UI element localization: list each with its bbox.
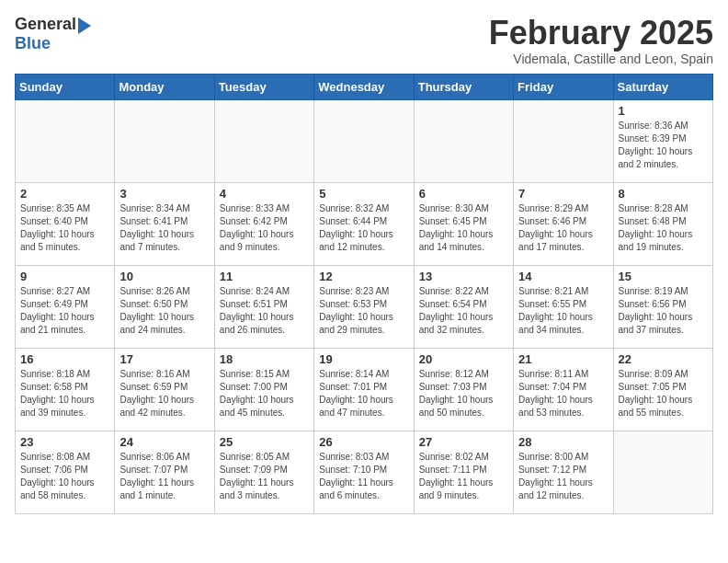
table-row: 11Sunrise: 8:24 AM Sunset: 6:51 PM Dayli…	[214, 265, 313, 348]
day-number: 1	[619, 104, 708, 118]
day-number: 5	[319, 187, 408, 201]
logo-general-text: General	[15, 15, 76, 33]
day-info: Sunrise: 8:33 AM Sunset: 6:42 PM Dayligh…	[220, 202, 309, 254]
table-row	[115, 99, 214, 182]
table-row: 23Sunrise: 8:08 AM Sunset: 7:06 PM Dayli…	[16, 431, 115, 513]
table-row: 21Sunrise: 8:11 AM Sunset: 7:04 PM Dayli…	[514, 348, 613, 431]
day-number: 15	[619, 270, 708, 283]
table-row: 8Sunrise: 8:28 AM Sunset: 6:48 PM Daylig…	[613, 182, 712, 265]
table-row	[514, 99, 613, 182]
day-number: 24	[119, 435, 209, 449]
table-row: 16Sunrise: 8:18 AM Sunset: 6:58 PM Dayli…	[16, 348, 115, 431]
day-number: 18	[220, 352, 309, 366]
logo-icon	[78, 17, 91, 34]
title-area: February 2025 Videmala, Castille and Leo…	[489, 15, 713, 66]
week-row-4: 16Sunrise: 8:18 AM Sunset: 6:58 PM Dayli…	[16, 348, 713, 431]
day-info: Sunrise: 8:00 AM Sunset: 7:12 PM Dayligh…	[518, 451, 608, 502]
day-number: 27	[419, 435, 508, 449]
table-row: 4Sunrise: 8:33 AM Sunset: 6:42 PM Daylig…	[214, 182, 313, 265]
table-row: 20Sunrise: 8:12 AM Sunset: 7:03 PM Dayli…	[414, 348, 513, 431]
table-row	[214, 99, 313, 182]
day-info: Sunrise: 8:22 AM Sunset: 6:54 PM Dayligh…	[419, 285, 508, 337]
day-number: 19	[319, 352, 408, 366]
week-row-2: 2Sunrise: 8:35 AM Sunset: 6:40 PM Daylig…	[16, 182, 713, 265]
table-row	[16, 99, 115, 182]
day-info: Sunrise: 8:02 AM Sunset: 7:11 PM Dayligh…	[419, 451, 508, 502]
table-row	[414, 99, 513, 182]
header-wednesday: Wednesday	[314, 74, 414, 99]
day-info: Sunrise: 8:12 AM Sunset: 7:03 PM Dayligh…	[419, 368, 508, 419]
table-row: 12Sunrise: 8:23 AM Sunset: 6:53 PM Dayli…	[314, 265, 414, 348]
week-row-3: 9Sunrise: 8:27 AM Sunset: 6:49 PM Daylig…	[16, 265, 713, 348]
logo: General Blue	[15, 15, 91, 53]
week-row-5: 23Sunrise: 8:08 AM Sunset: 7:06 PM Dayli…	[16, 431, 713, 513]
day-info: Sunrise: 8:23 AM Sunset: 6:53 PM Dayligh…	[319, 285, 408, 337]
day-info: Sunrise: 8:21 AM Sunset: 6:55 PM Dayligh…	[518, 285, 608, 337]
location-subtitle: Videmala, Castille and Leon, Spain	[489, 52, 713, 66]
day-info: Sunrise: 8:24 AM Sunset: 6:51 PM Dayligh…	[220, 285, 309, 337]
day-info: Sunrise: 8:03 AM Sunset: 7:10 PM Dayligh…	[319, 451, 408, 502]
day-number: 2	[20, 187, 109, 201]
day-number: 22	[619, 352, 708, 366]
day-info: Sunrise: 8:14 AM Sunset: 7:01 PM Dayligh…	[319, 368, 408, 419]
calendar-table: Sunday Monday Tuesday Wednesday Thursday…	[15, 74, 713, 514]
table-row: 25Sunrise: 8:05 AM Sunset: 7:09 PM Dayli…	[214, 431, 313, 513]
day-info: Sunrise: 8:28 AM Sunset: 6:48 PM Dayligh…	[619, 202, 708, 254]
table-row: 27Sunrise: 8:02 AM Sunset: 7:11 PM Dayli…	[414, 431, 513, 513]
header-row: Sunday Monday Tuesday Wednesday Thursday…	[16, 74, 713, 99]
day-number: 7	[518, 187, 608, 201]
day-info: Sunrise: 8:09 AM Sunset: 7:05 PM Dayligh…	[619, 368, 708, 419]
day-number: 3	[119, 187, 209, 201]
day-info: Sunrise: 8:36 AM Sunset: 6:39 PM Dayligh…	[619, 120, 708, 171]
day-number: 26	[319, 435, 408, 449]
table-row: 5Sunrise: 8:32 AM Sunset: 6:44 PM Daylig…	[314, 182, 414, 265]
day-info: Sunrise: 8:06 AM Sunset: 7:07 PM Dayligh…	[119, 451, 209, 502]
day-number: 6	[419, 187, 508, 201]
header-tuesday: Tuesday	[214, 74, 313, 99]
day-info: Sunrise: 8:11 AM Sunset: 7:04 PM Dayligh…	[518, 368, 608, 419]
header-thursday: Thursday	[414, 74, 513, 99]
day-number: 14	[518, 270, 608, 283]
day-info: Sunrise: 8:32 AM Sunset: 6:44 PM Dayligh…	[319, 202, 408, 254]
table-row: 10Sunrise: 8:26 AM Sunset: 6:50 PM Dayli…	[115, 265, 214, 348]
table-row: 14Sunrise: 8:21 AM Sunset: 6:55 PM Dayli…	[514, 265, 613, 348]
day-number: 10	[119, 270, 209, 283]
header-monday: Monday	[115, 74, 214, 99]
day-info: Sunrise: 8:18 AM Sunset: 6:58 PM Dayligh…	[20, 368, 109, 419]
logo-blue-text: Blue	[15, 34, 51, 52]
day-number: 11	[220, 270, 309, 283]
day-info: Sunrise: 8:16 AM Sunset: 6:59 PM Dayligh…	[119, 368, 209, 419]
calendar-header: General Blue February 2025 Videmala, Cas…	[15, 15, 713, 66]
table-row: 15Sunrise: 8:19 AM Sunset: 6:56 PM Dayli…	[613, 265, 712, 348]
table-row: 17Sunrise: 8:16 AM Sunset: 6:59 PM Dayli…	[115, 348, 214, 431]
day-number: 23	[20, 435, 109, 449]
header-saturday: Saturday	[613, 74, 712, 99]
day-number: 12	[319, 270, 408, 283]
day-info: Sunrise: 8:15 AM Sunset: 7:00 PM Dayligh…	[220, 368, 309, 419]
day-info: Sunrise: 8:27 AM Sunset: 6:49 PM Dayligh…	[20, 285, 109, 337]
day-number: 17	[119, 352, 209, 366]
day-number: 25	[220, 435, 309, 449]
table-row: 7Sunrise: 8:29 AM Sunset: 6:46 PM Daylig…	[514, 182, 613, 265]
table-row: 6Sunrise: 8:30 AM Sunset: 6:45 PM Daylig…	[414, 182, 513, 265]
day-info: Sunrise: 8:35 AM Sunset: 6:40 PM Dayligh…	[20, 202, 109, 254]
day-info: Sunrise: 8:05 AM Sunset: 7:09 PM Dayligh…	[220, 451, 309, 502]
day-number: 21	[518, 352, 608, 366]
day-number: 8	[619, 187, 708, 201]
day-info: Sunrise: 8:34 AM Sunset: 6:41 PM Dayligh…	[119, 202, 209, 254]
month-title: February 2025	[489, 15, 713, 52]
day-number: 9	[20, 270, 109, 283]
table-row: 19Sunrise: 8:14 AM Sunset: 7:01 PM Dayli…	[314, 348, 414, 431]
table-row	[314, 99, 414, 182]
table-row: 2Sunrise: 8:35 AM Sunset: 6:40 PM Daylig…	[16, 182, 115, 265]
day-info: Sunrise: 8:19 AM Sunset: 6:56 PM Dayligh…	[619, 285, 708, 337]
table-row: 13Sunrise: 8:22 AM Sunset: 6:54 PM Dayli…	[414, 265, 513, 348]
table-row: 26Sunrise: 8:03 AM Sunset: 7:10 PM Dayli…	[314, 431, 414, 513]
day-number: 16	[20, 352, 109, 366]
day-number: 4	[220, 187, 309, 201]
table-row	[613, 431, 712, 513]
day-number: 28	[518, 435, 608, 449]
table-row: 18Sunrise: 8:15 AM Sunset: 7:00 PM Dayli…	[214, 348, 313, 431]
day-info: Sunrise: 8:08 AM Sunset: 7:06 PM Dayligh…	[20, 451, 109, 502]
table-row: 3Sunrise: 8:34 AM Sunset: 6:41 PM Daylig…	[115, 182, 214, 265]
